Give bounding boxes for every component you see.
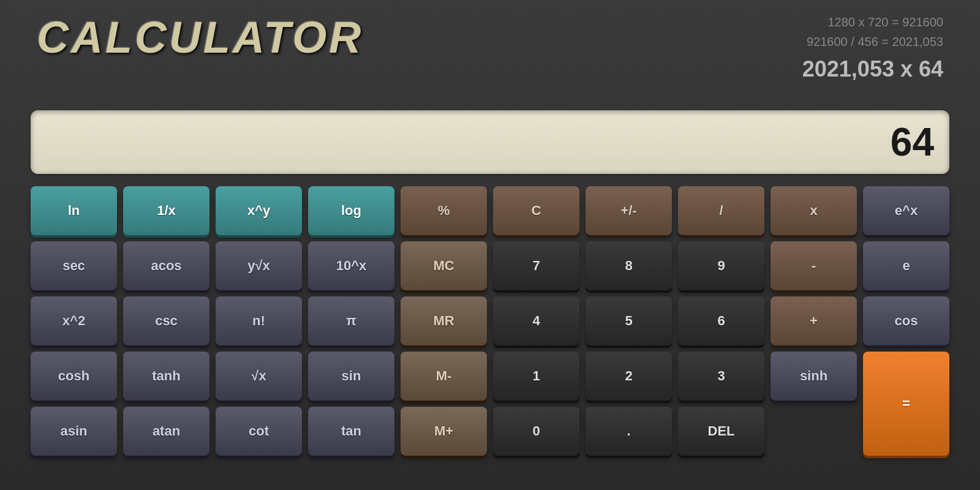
sqrtx-button[interactable]: √x (216, 352, 302, 401)
d9-button[interactable]: 9 (678, 241, 764, 290)
xpowy-button[interactable]: x^y (216, 186, 302, 235)
mplus-button[interactable]: M+ (401, 407, 487, 456)
d4-button[interactable]: 4 (493, 296, 579, 345)
dot-button[interactable]: . (586, 407, 672, 456)
del-button[interactable]: DEL (678, 407, 764, 456)
history-line2: 921600 / 456 = 2021,053 (802, 32, 943, 51)
d7-button[interactable]: 7 (493, 241, 579, 290)
cos-button[interactable]: cos (863, 296, 949, 345)
mc-button[interactable]: MC (401, 241, 487, 290)
yrootx-button[interactable]: y√x (216, 241, 302, 290)
asin-button[interactable]: asin (31, 407, 117, 456)
equals-button[interactable]: = (863, 352, 949, 456)
calculator: CALCULATOR 1280 x 720 = 921600 921600 / … (0, 0, 980, 490)
plusminus-button[interactable]: +/- (586, 186, 672, 235)
factorial-button[interactable]: n! (216, 296, 302, 345)
tan-button[interactable]: tan (308, 407, 394, 456)
sin-button[interactable]: sin (308, 352, 394, 401)
csc-button[interactable]: csc (123, 296, 209, 345)
minus-button[interactable]: - (771, 241, 857, 290)
atan-button[interactable]: atan (123, 407, 209, 456)
mr-button[interactable]: MR (401, 296, 487, 345)
display: 64 (31, 110, 949, 174)
cot-button[interactable]: cot (216, 407, 302, 456)
d2-button[interactable]: 2 (586, 352, 672, 401)
tenpowx-button[interactable]: 10^x (308, 241, 394, 290)
d3-button[interactable]: 3 (678, 352, 764, 401)
log-button[interactable]: log (308, 186, 394, 235)
xpow2-button[interactable]: x^2 (31, 296, 117, 345)
d0-button[interactable]: 0 (493, 407, 579, 456)
clear-button[interactable]: C (493, 186, 579, 235)
buttons-grid: ln 1/x x^y log % C +/- / x e^x sec acos … (31, 186, 949, 456)
display-value: 64 (891, 119, 934, 165)
acos-button[interactable]: acos (123, 241, 209, 290)
epowx-button[interactable]: e^x (863, 186, 949, 235)
pi-button[interactable]: π (308, 296, 394, 345)
d5-button[interactable]: 5 (586, 296, 672, 345)
sec-button[interactable]: sec (31, 241, 117, 290)
tanh-button[interactable]: tanh (123, 352, 209, 401)
e-button[interactable]: e (863, 241, 949, 290)
onex-button[interactable]: 1/x (123, 186, 209, 235)
history-display: 1280 x 720 = 921600 921600 / 456 = 2021,… (802, 12, 943, 87)
d1-button[interactable]: 1 (493, 352, 579, 401)
mminus-button[interactable]: M- (401, 352, 487, 401)
d6-button[interactable]: 6 (678, 296, 764, 345)
plus-button[interactable]: + (771, 296, 857, 345)
percent-button[interactable]: % (401, 186, 487, 235)
multiply-button[interactable]: x (771, 186, 857, 235)
history-line3: 2021,053 x 64 (802, 51, 943, 87)
cosh-button[interactable]: cosh (31, 352, 117, 401)
history-line1: 1280 x 720 = 921600 (802, 12, 943, 32)
divide-button[interactable]: / (678, 186, 764, 235)
sinh-button[interactable]: sinh (771, 352, 857, 401)
ln-button[interactable]: ln (31, 186, 117, 235)
d8-button[interactable]: 8 (586, 241, 672, 290)
app-title: CALCULATOR (37, 12, 363, 62)
